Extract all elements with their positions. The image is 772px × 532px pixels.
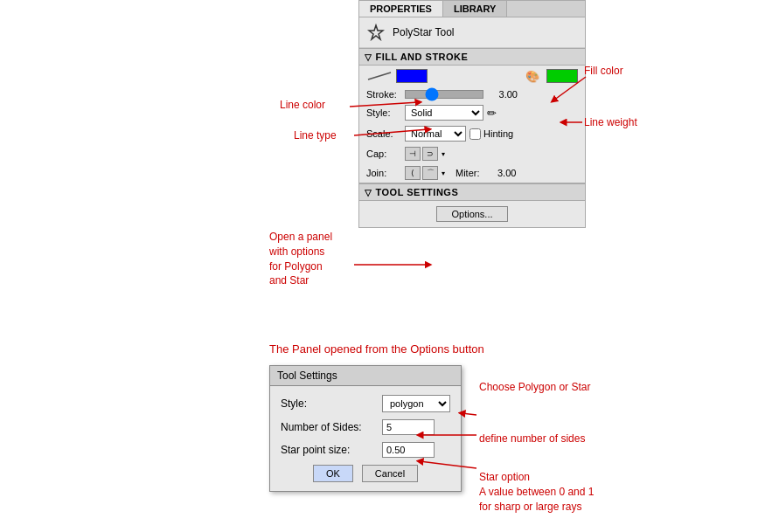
tool-settings-header: ▽ TOOL SETTINGS — [359, 183, 585, 201]
cap-icons: ⊣ ⊃ — [405, 147, 438, 161]
properties-panel: PROPERTIES LIBRARY PolyStar Tool ▽ FILL … — [358, 0, 586, 228]
line-color-annotation: Line color — [280, 99, 325, 111]
open-panel-annotation: Open a panel with options for Polygon an… — [269, 230, 332, 288]
dialog-star-input[interactable] — [382, 442, 435, 458]
stroke-line-icon — [366, 71, 393, 81]
hinting-label: Hinting — [483, 128, 513, 139]
svg-line-7 — [462, 413, 476, 415]
style-select[interactable]: Solid — [405, 105, 483, 121]
join-dropdown-arrow[interactable]: ▾ — [442, 169, 445, 177]
dialog-star-label: Star point size: — [281, 444, 377, 456]
scale-row: Scale: Normal Hinting — [359, 123, 585, 144]
scale-select[interactable]: Normal — [405, 126, 466, 142]
dialog-sides-label: Number of Sides: — [281, 421, 377, 433]
tool-settings-dialog: Tool Settings Style: polygon star Number… — [269, 365, 462, 492]
tool-header: PolyStar Tool — [359, 17, 585, 48]
fill-stroke-header: ▽ FILL AND STROKE — [359, 48, 585, 66]
tool-settings-section: ▽ TOOL SETTINGS Options... — [359, 183, 585, 227]
svg-line-1 — [368, 73, 391, 79]
choose-polygon-annotation: Choose Polygon or Star — [479, 381, 590, 393]
join-row: Join: ⟨ ⌒ ▾ Miter: 3.00 — [359, 163, 585, 183]
style-label: Style: — [366, 107, 401, 118]
fill-color-swatch[interactable] — [546, 69, 578, 83]
cap-row: Cap: ⊣ ⊃ ▾ — [359, 144, 585, 163]
miter-value: 3.00 — [497, 168, 516, 178]
join-label: Join: — [366, 168, 401, 178]
tab-properties[interactable]: PROPERTIES — [359, 1, 443, 17]
join-icons: ⟨ ⌒ — [405, 166, 438, 180]
cap-dropdown-arrow[interactable]: ▾ — [442, 150, 445, 158]
dialog-sides-input[interactable] — [382, 419, 435, 435]
dialog-titlebar: Tool Settings — [270, 366, 461, 386]
join-btn-round[interactable]: ⌒ — [422, 166, 438, 180]
dialog-star-row: Star point size: — [281, 442, 450, 458]
line-weight-annotation: Line weight — [584, 116, 637, 128]
style-row: Style: Solid ✏ — [359, 102, 585, 123]
section-arrow-fill: ▽ — [365, 52, 372, 62]
fill-stroke-row: 🎨 — [359, 66, 585, 86]
dialog-buttons: OK Cancel — [281, 465, 450, 482]
star-option-annotation: Star option A value between 0 and 1 for … — [479, 470, 594, 514]
fill-color-annotation: Fill color — [584, 65, 623, 77]
tool-settings-title: TOOL SETTINGS — [376, 187, 459, 197]
scale-label: Scale: — [366, 128, 401, 139]
stroke-weight-row: Stroke: 3.00 — [359, 86, 585, 102]
hinting-checkbox[interactable] — [469, 128, 481, 140]
tabs-row: PROPERTIES LIBRARY — [359, 1, 585, 17]
dialog-ok-button[interactable]: OK — [313, 465, 353, 482]
stroke-color-swatch[interactable] — [396, 69, 428, 83]
dialog-cancel-button[interactable]: Cancel — [362, 465, 418, 482]
tab-library[interactable]: LIBRARY — [443, 1, 507, 17]
dialog-style-row: Style: polygon star — [281, 395, 450, 412]
miter-label: Miter: — [456, 168, 490, 178]
tool-name: PolyStar Tool — [393, 26, 454, 38]
cap-btn-flat[interactable]: ⊣ — [405, 147, 421, 161]
dialog-body: Style: polygon star Number of Sides: Sta… — [270, 386, 461, 491]
define-sides-annotation: define number of sides — [479, 432, 585, 445]
dialog-style-select[interactable]: polygon star — [382, 395, 450, 412]
hinting-check: Hinting — [469, 128, 513, 140]
cap-label: Cap: — [366, 149, 401, 159]
join-btn-miter[interactable]: ⟨ — [405, 166, 421, 180]
fill-stroke-title: FILL AND STROKE — [376, 52, 469, 62]
options-button[interactable]: Options... — [436, 206, 507, 222]
stroke-value: 3.00 — [487, 89, 518, 100]
panel-title: The Panel opened from the Options button — [269, 342, 484, 356]
cap-btn-round[interactable]: ⊃ — [422, 147, 438, 161]
pencil-icon[interactable]: ✏ — [487, 107, 497, 120]
svg-marker-0 — [369, 25, 383, 39]
paint-bucket-icon[interactable]: 🎨 — [525, 70, 539, 83]
options-btn-row: Options... — [359, 201, 585, 227]
dialog-sides-row: Number of Sides: — [281, 419, 450, 435]
line-type-annotation: Line type — [294, 129, 337, 142]
section-arrow-tool: ▽ — [365, 188, 372, 197]
polystar-icon — [366, 23, 386, 42]
dialog-style-label: Style: — [281, 397, 377, 410]
stroke-slider[interactable] — [405, 90, 483, 99]
stroke-label: Stroke: — [366, 89, 401, 100]
